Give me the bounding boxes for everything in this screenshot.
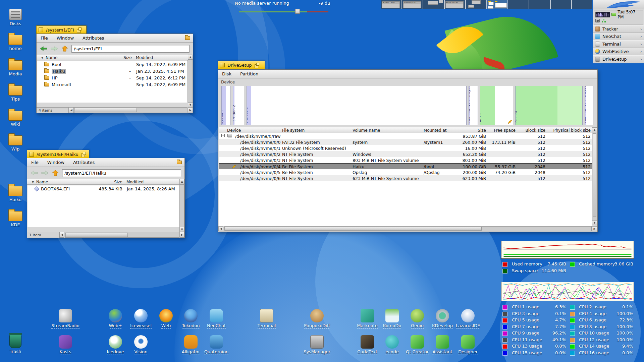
desktop-icon-tips[interactable]: Tips — [2, 85, 29, 102]
file-row-bootx64[interactable]: BOOTX64.EFI485.34 KiBJan 14, 2025, 8:26 … — [28, 185, 179, 192]
table-row[interactable]: /dev/disk/nvme/0/6NT File System 623 MiB… — [219, 175, 592, 181]
column-size[interactable]: Size — [108, 180, 122, 184]
zoom-button[interactable] — [77, 27, 82, 33]
zoom-button[interactable] — [81, 152, 86, 157]
partition-box-partition2[interactable]: Partition 2 — [233, 86, 244, 125]
network-tray-icon[interactable] — [602, 19, 606, 23]
column-size[interactable]: Size — [117, 55, 132, 60]
cpu-activity-tray-icon[interactable] — [595, 12, 610, 17]
menu-window[interactable]: Window — [47, 160, 64, 165]
deskbar-app-webpositive[interactable]: WebPositive› — [593, 48, 644, 56]
workspace-10[interactable] — [572, 0, 592, 9]
deskbar-tray[interactable]: Tue 5:07 PM — [594, 10, 643, 24]
scroll-left-arrow[interactable]: ◀ — [59, 232, 64, 238]
app-shortcut-lazaruside[interactable]: LazarusIDE — [448, 309, 488, 328]
deskbar-app-tracker[interactable]: Tracker› — [593, 25, 644, 33]
workspace-2[interactable]: Terminal: ki... — [402, 0, 423, 9]
expander-arrow-icon[interactable]: › — [640, 49, 642, 54]
path-field[interactable] — [71, 45, 190, 53]
desktop-icon-media[interactable]: Media — [2, 60, 29, 76]
close-button[interactable] — [39, 27, 43, 32]
expander-arrow-icon[interactable]: › — [640, 42, 642, 47]
app-shortcut-ponpokodiff[interactable]: PonpokoDiff — [297, 309, 337, 328]
workspace-3[interactable] — [423, 0, 444, 9]
vertical-scrollbar[interactable] — [187, 60, 193, 103]
slider-thumb[interactable] — [295, 9, 300, 14]
path-field[interactable] — [62, 169, 181, 177]
scroll-down-arrow[interactable]: ▼ — [188, 102, 193, 107]
menu-partition[interactable]: Partition — [240, 71, 258, 76]
app-shortcut-terminal[interactable]: Terminal — [247, 309, 287, 328]
partition-box-windows[interactable]: Windows — [247, 86, 467, 125]
scroll-down-arrow[interactable]: ▼ — [592, 220, 597, 225]
scroll-right-arrow[interactable]: ▶ — [592, 226, 597, 231]
forward-button[interactable] — [51, 46, 58, 52]
horizontal-scrollbar[interactable] — [65, 232, 179, 238]
desktop-icon-trash[interactable]: Trash — [2, 335, 29, 354]
scroll-up-arrow[interactable]: ▲ — [188, 55, 193, 60]
app-shortcut-streamradio[interactable]: StreamRadio — [45, 309, 86, 328]
slider-track[interactable] — [239, 11, 328, 12]
scroll-right-arrow[interactable]: ▶ — [188, 107, 193, 113]
table-row[interactable]: /dev/disk/nvme/0/3NT File System 803 MiB… — [219, 157, 592, 163]
menu-file[interactable]: File — [41, 36, 48, 41]
column-name[interactable]: Name — [46, 55, 57, 60]
desktop-icon-kde[interactable]: KDE — [2, 211, 29, 227]
expander-arrow-icon[interactable]: › — [640, 26, 642, 32]
table-row-raw[interactable]: − /dev/disk/nvme/0/raw 953.87 GiB 512 51… — [219, 133, 592, 139]
deskbar-app-terminal[interactable]: Terminal› — [593, 40, 644, 48]
deskbar-app-neochat[interactable]: NeoChat› — [593, 33, 644, 41]
workspace-1[interactable]: Haiku - Mai... — [381, 0, 401, 9]
file-row-microsoft[interactable]: Microsoft-Sep 14, 2022, 6:09 PM — [37, 81, 188, 88]
table-header[interactable]: Device File system Volume name Mounted a… — [219, 127, 592, 133]
partition-box-803mib[interactable]: 803 MiB NT File Syst... — [469, 86, 478, 125]
back-button[interactable] — [31, 170, 38, 176]
workspace-8[interactable] — [529, 0, 550, 9]
table-row[interactable]: /dev/disk/nvme/0/2NT File System Windows… — [219, 151, 592, 157]
partition-box-haiku[interactable]: Haiku — [480, 86, 513, 125]
column-header-bar[interactable]: ▾ Name Size Modified — [37, 55, 193, 60]
table-row[interactable]: /dev/disk/nvme/0/1Unknown (Microsoft Res… — [219, 145, 592, 151]
clock[interactable]: Tue 5:07 PM — [618, 9, 642, 19]
desktop-icon-wip[interactable]: Wip — [2, 135, 29, 152]
up-button[interactable] — [52, 170, 59, 176]
desktop-icon-haiku[interactable]: Haiku — [2, 186, 29, 202]
desktop-icon-wiki[interactable]: Wiki — [2, 111, 29, 127]
scroll-down-arrow[interactable]: ▼ — [179, 227, 184, 232]
workspace-6-active[interactable] — [487, 0, 507, 9]
expander-icon[interactable]: − — [221, 134, 225, 137]
table-row-selected-haiku[interactable]: /dev/disk/nvme/0/4Be File System Haiku/b… — [219, 163, 592, 169]
column-header-bar[interactable]: ▾ Name Size Modified — [27, 179, 184, 185]
power-led-icon[interactable] — [611, 13, 616, 16]
table-row[interactable]: /dev/disk/nvme/0/5Be File System Opslag/… — [219, 169, 592, 175]
desktop-icon-disks[interactable]: Disks — [2, 9, 29, 26]
forward-button[interactable] — [41, 170, 49, 176]
app-shortcut-vision[interactable]: Vision — [121, 335, 161, 354]
horizontal-scrollbar[interactable] — [74, 107, 187, 113]
window-tab-efi-haiku[interactable]: /system1/EFI/Haiku — [27, 150, 89, 158]
deskbar-logo-area[interactable] — [593, 0, 644, 9]
workspace-4[interactable]: How to swi... — [445, 0, 465, 9]
app-shortcut-sysmanager[interactable]: SysManager — [297, 335, 337, 354]
file-row-haiku[interactable]: Haiku-Jan 23, 2025, 4:51 PM — [37, 68, 188, 74]
file-row-boot[interactable]: Boot-Sep 14, 2022, 6:09 PM — [37, 61, 188, 68]
vertical-scrollbar[interactable] — [592, 133, 597, 220]
close-button[interactable] — [29, 152, 34, 157]
desktop-icon-home[interactable]: home — [2, 35, 29, 51]
column-name[interactable]: Name — [36, 180, 48, 184]
volume-slider[interactable] — [235, 9, 330, 14]
partition-box-opslag[interactable]: Opslag — [515, 86, 583, 125]
partition-box-system[interactable]: system — [221, 86, 230, 125]
vertical-scrollbar[interactable] — [179, 184, 184, 227]
window-tab-system1-efi[interactable]: /system1/EFI — [36, 25, 87, 34]
window-tab-drivesetup[interactable]: DriveSetup — [218, 61, 265, 69]
menu-disk[interactable]: Disk — [222, 71, 231, 76]
speaker-tray-icon[interactable] — [595, 19, 600, 22]
scroll-up-arrow[interactable]: ▲ — [592, 127, 597, 132]
menu-file[interactable]: File — [31, 160, 39, 165]
menu-window[interactable]: Window — [57, 36, 74, 41]
workspace-5[interactable] — [466, 0, 486, 9]
app-shortcut-quaternion[interactable]: Quaternion — [196, 335, 236, 354]
horizontal-scrollbar[interactable] — [224, 226, 592, 231]
folder-context-icon[interactable] — [185, 36, 190, 40]
